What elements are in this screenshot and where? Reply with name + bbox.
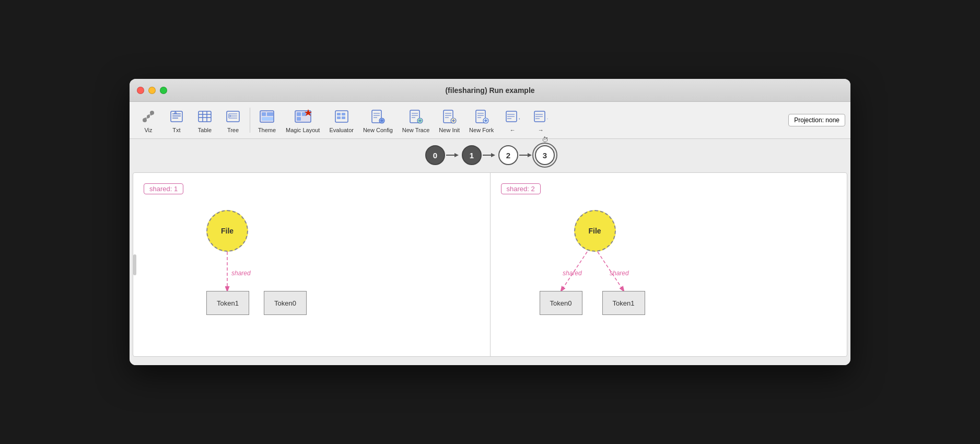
toolbar-btn-new-init[interactable]: New Init — [435, 105, 464, 135]
svg-marker-74 — [454, 153, 459, 157]
toolbar-btn-new-trace[interactable]: New Trace — [398, 105, 434, 135]
step-arrow-1-2 — [483, 151, 497, 159]
step-3-label: 3 — [543, 151, 547, 160]
svg-rect-34 — [342, 116, 345, 119]
new-trace-icon — [406, 107, 425, 126]
step-2[interactable]: 2 — [498, 145, 518, 165]
svg-marker-76 — [491, 153, 495, 157]
tree-icon — [224, 107, 242, 126]
txt-label: Txt — [172, 127, 180, 133]
svg-rect-27 — [302, 112, 306, 116]
new-config-label: New Config — [363, 127, 393, 133]
toolbar-btn-viz[interactable]: Viz — [135, 105, 162, 135]
step-3[interactable]: 3 — [535, 145, 555, 165]
svg-rect-24 — [262, 117, 273, 121]
diagram-right-svg: shared shared — [501, 210, 837, 346]
diagram-right: File shared sh — [501, 210, 837, 346]
new-trace-label: New Trace — [402, 127, 430, 133]
step-0-label: 0 — [433, 151, 437, 160]
svg-rect-32 — [342, 113, 345, 115]
arrow-left-label: ← — [510, 127, 516, 133]
svg-rect-31 — [337, 113, 341, 115]
pane-left-shared-label: shared: 1 — [144, 183, 183, 194]
main-content: shared: 1 File shared Token1 — [133, 172, 847, 357]
toolbar-btn-evaluator[interactable]: Evaluator — [325, 105, 357, 135]
svg-text:A: A — [174, 110, 177, 115]
projection-button[interactable]: Projection: none — [788, 114, 845, 126]
arrow-left-icon: ← — [503, 107, 522, 126]
token1-left: Token1 — [206, 291, 249, 315]
svg-line-86 — [598, 252, 624, 291]
toolbar-btn-new-config[interactable]: New Config — [359, 105, 397, 135]
toolbar-btn-magic-layout[interactable]: Magic Layout — [282, 105, 324, 135]
toolbar-separator-1 — [250, 108, 250, 133]
evaluator-label: Evaluator — [329, 127, 353, 133]
pane-right: shared: 2 File shared — [491, 173, 847, 356]
diagram-left-svg: shared — [144, 210, 480, 346]
new-config-icon — [368, 107, 387, 126]
toolbar: Viz A Txt — [130, 102, 850, 139]
svg-rect-10 — [199, 111, 211, 122]
diagram-left: File shared Token1 Token0 — [144, 210, 480, 346]
toolbar-btn-table[interactable]: Table — [191, 105, 218, 135]
arrow-right-icon: → — [531, 107, 550, 126]
bottom-pad — [130, 360, 850, 365]
svg-rect-22 — [262, 112, 266, 116]
close-button[interactable] — [137, 87, 144, 94]
step-0[interactable]: 0 — [425, 145, 445, 165]
new-init-icon — [440, 107, 459, 126]
step-3-container[interactable]: ⏱ 3 — [535, 145, 555, 165]
toolbar-btn-tree[interactable]: Tree — [219, 105, 247, 135]
arrow-right-label: → — [538, 127, 544, 133]
svg-text:→: → — [546, 115, 548, 122]
svg-point-2 — [150, 111, 154, 115]
app-window: (filesharing) Run example Viz — [130, 79, 850, 365]
theme-label: Theme — [258, 127, 276, 133]
toolbar-btn-txt[interactable]: A Txt — [163, 105, 190, 135]
magic-layout-icon — [294, 107, 312, 126]
token0-left: Token0 — [264, 291, 307, 315]
svg-rect-26 — [297, 112, 301, 116]
maximize-button[interactable] — [160, 87, 167, 94]
file-node-left: File — [206, 210, 248, 252]
theme-icon — [258, 107, 276, 126]
step-1[interactable]: 1 — [462, 145, 482, 165]
stepper: 0 1 2 — [425, 145, 555, 165]
table-icon — [195, 107, 214, 126]
svg-rect-33 — [337, 116, 341, 119]
svg-rect-23 — [267, 112, 273, 116]
toolbar-btn-theme[interactable]: Theme — [253, 105, 281, 135]
new-fork-label: New Fork — [469, 127, 494, 133]
file-node-right: File — [574, 210, 616, 252]
window-controls — [137, 87, 167, 94]
svg-line-84 — [561, 252, 587, 291]
step-2-label: 2 — [506, 151, 510, 160]
svg-marker-78 — [528, 153, 532, 157]
txt-icon: A — [167, 107, 186, 126]
toolbar-right: Projection: none — [788, 114, 845, 126]
pane-left: shared: 1 File shared Token1 — [133, 173, 490, 356]
new-fork-icon — [472, 107, 491, 126]
minimize-button[interactable] — [148, 87, 156, 94]
step-arrow-2-3 — [519, 151, 534, 159]
tree-label: Tree — [227, 127, 239, 133]
viz-icon — [139, 107, 158, 126]
svg-rect-30 — [335, 111, 348, 122]
evaluator-icon — [332, 107, 351, 126]
window-title: (filesharing) Run example — [445, 86, 534, 95]
titlebar: (filesharing) Run example — [130, 79, 850, 102]
svg-text:shared: shared — [231, 270, 251, 277]
svg-text:shared: shared — [563, 270, 582, 277]
token1-right: Token1 — [602, 291, 645, 315]
token0-right: Token0 — [540, 291, 582, 315]
toolbar-btn-new-fork[interactable]: New Fork — [465, 105, 498, 135]
svg-point-1 — [147, 115, 150, 118]
step-arrow-0-1 — [446, 151, 461, 159]
table-label: Table — [198, 127, 212, 133]
svg-text:←: ← — [518, 115, 520, 122]
toolbar-btn-arrow-left[interactable]: ← ← — [499, 105, 526, 135]
svg-text:shared: shared — [610, 270, 629, 277]
pane-right-shared-label: shared: 2 — [501, 183, 541, 194]
magic-layout-label: Magic Layout — [286, 127, 320, 133]
toolbar-btn-arrow-right[interactable]: → → — [527, 105, 554, 135]
